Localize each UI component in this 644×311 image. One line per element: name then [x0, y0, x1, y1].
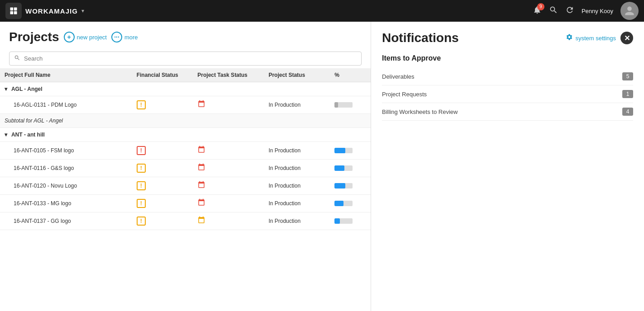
- progress-pct-cell: [330, 142, 371, 160]
- notification-item-badge: 5: [622, 72, 633, 80]
- table-row[interactable]: 16-ANT-0137 - GG logo ! In Production: [0, 212, 371, 230]
- status-text: In Production: [268, 102, 301, 108]
- status-text: In Production: [268, 147, 301, 154]
- nav-left: WORKAMAJIG ▾: [5, 3, 84, 19]
- progress-pct-cell: [330, 195, 371, 212]
- projects-table-container: Project Full Name Financial Status Proje…: [0, 68, 371, 311]
- financial-status-icon: !: [137, 164, 146, 173]
- app-name: WORKAMAJIG: [25, 7, 78, 15]
- more-button[interactable]: ··· more: [111, 32, 138, 42]
- notification-item[interactable]: Billing Worksheets to Review 4: [382, 103, 633, 121]
- svg-rect-2: [10, 11, 14, 14]
- progress-bar-fill: [334, 183, 345, 188]
- project-status-cell: In Production: [264, 96, 330, 114]
- search-icon: [14, 55, 20, 62]
- project-status-cell: In Production: [264, 195, 330, 212]
- group-collapse-icon[interactable]: ▾: [5, 86, 7, 92]
- search-button[interactable]: [549, 5, 558, 17]
- bell-badge: 9: [537, 3, 544, 10]
- progress-cell: [334, 201, 366, 206]
- search-input[interactable]: [24, 55, 357, 62]
- notification-item-badge: 4: [622, 108, 633, 116]
- status-text: In Production: [268, 200, 301, 207]
- subtotal-label: Subtotal for AGL - Angel: [0, 114, 371, 128]
- table-row[interactable]: 16-ANT-0116 - G&S logo ! In Production: [0, 160, 371, 177]
- svg-rect-0: [10, 8, 14, 11]
- financial-status-icon: !: [137, 100, 146, 109]
- app-logo[interactable]: [5, 3, 22, 19]
- task-status-cell: [193, 177, 264, 195]
- username-label: Penny Kooy: [582, 8, 613, 14]
- project-name-cell: 16-AGL-0131 - PDM Logo: [0, 96, 132, 114]
- financial-status-cell: !: [132, 177, 193, 195]
- col-header-name: Project Full Name: [0, 68, 132, 82]
- task-status-cell: [193, 212, 264, 230]
- project-name-cell: 16-ANT-0120 - Novu Logo: [0, 177, 132, 195]
- brand-chevron-icon[interactable]: ▾: [81, 8, 84, 14]
- progress-bar-fill: [334, 165, 344, 171]
- financial-status-cell: !: [132, 212, 193, 230]
- progress-bar-fill: [334, 218, 340, 224]
- col-header-financial: Financial Status: [132, 68, 193, 82]
- progress-bar-fill: [334, 102, 338, 108]
- new-project-label: new project: [77, 34, 107, 41]
- system-settings-button[interactable]: system settings: [566, 33, 616, 42]
- close-notifications-button[interactable]: ✕: [620, 32, 633, 44]
- projects-title: Projects: [9, 30, 59, 44]
- svg-rect-3: [14, 11, 17, 14]
- notification-item[interactable]: Deliverables 5: [382, 68, 633, 85]
- table-group-row[interactable]: ▾ ANT - ant hill: [0, 128, 371, 142]
- notification-item-label: Deliverables: [382, 73, 415, 80]
- task-status-icon: [197, 165, 205, 173]
- user-avatar[interactable]: [620, 2, 639, 20]
- project-name-cell: 16-ANT-0133 - MG logo: [0, 195, 132, 212]
- financial-status-icon: !: [137, 199, 146, 208]
- project-status-cell: In Production: [264, 142, 330, 160]
- project-name-cell: 16-ANT-0137 - GG logo: [0, 212, 132, 230]
- table-row[interactable]: 16-ANT-0105 - FSM logo ! In Production: [0, 142, 371, 160]
- financial-status-icon: !: [137, 217, 146, 226]
- more-label: more: [124, 34, 138, 41]
- notifications-bell-button[interactable]: 9: [533, 5, 542, 17]
- table-group-row[interactable]: ▾ AGL - Angel: [0, 82, 371, 96]
- status-text: In Production: [268, 218, 301, 224]
- refresh-button[interactable]: [565, 5, 574, 17]
- progress-bar-fill: [334, 201, 343, 206]
- new-project-icon: +: [64, 32, 75, 42]
- col-header-status: Project Status: [264, 68, 330, 82]
- financial-status-cell: !: [132, 96, 193, 114]
- system-settings-label: system settings: [575, 35, 616, 42]
- progress-pct-cell: [330, 96, 371, 114]
- table-row[interactable]: 16-ANT-0133 - MG logo ! In Production: [0, 195, 371, 212]
- notifications-panel: Notifications system settings ✕ Items to…: [371, 22, 644, 311]
- progress-bar-bg: [334, 165, 353, 171]
- new-project-button[interactable]: + new project: [64, 32, 107, 42]
- task-status-icon: [197, 218, 205, 226]
- more-icon: ···: [111, 32, 122, 42]
- projects-table: Project Full Name Financial Status Proje…: [0, 68, 371, 230]
- project-name-cell: 16-ANT-0116 - G&S logo: [0, 160, 132, 177]
- settings-gear-icon: [566, 33, 573, 42]
- notification-item[interactable]: Project Requests 1: [382, 85, 633, 103]
- progress-cell: [334, 165, 366, 171]
- subtotal-row: Subtotal for AGL - Angel: [0, 114, 371, 128]
- progress-pct-cell: [330, 177, 371, 195]
- financial-status-icon: !: [137, 146, 146, 155]
- progress-pct-cell: [330, 212, 371, 230]
- top-navigation: WORKAMAJIG ▾ 9 Penny Kooy: [0, 0, 644, 22]
- task-status-icon: [197, 147, 205, 155]
- notification-item-label: Billing Worksheets to Review: [382, 108, 458, 115]
- table-row[interactable]: 16-ANT-0120 - Novu Logo ! In Production: [0, 177, 371, 195]
- notification-item-badge: 1: [622, 90, 633, 98]
- task-status-cell: [193, 195, 264, 212]
- project-status-cell: In Production: [264, 212, 330, 230]
- progress-bar-bg: [334, 201, 353, 206]
- group-collapse-icon[interactable]: ▾: [5, 132, 7, 138]
- svg-rect-1: [14, 8, 17, 11]
- progress-pct-cell: [330, 160, 371, 177]
- status-text: In Production: [268, 183, 301, 189]
- col-header-task: Project Task Status: [193, 68, 264, 82]
- search-bar: [9, 52, 362, 66]
- task-status-icon: [197, 200, 205, 208]
- table-row[interactable]: 16-AGL-0131 - PDM Logo ! In Production: [0, 96, 371, 114]
